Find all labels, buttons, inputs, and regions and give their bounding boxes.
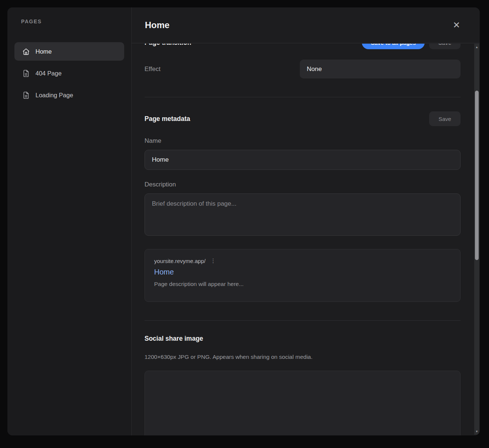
name-input[interactable] bbox=[145, 150, 461, 170]
save-to-all-pages-button[interactable]: Save to all pages bbox=[362, 44, 425, 49]
section-divider bbox=[145, 97, 461, 97]
sidebar-item-404-page[interactable]: 404 Page bbox=[14, 64, 124, 82]
sidebar-item-label: Loading Page bbox=[35, 92, 73, 99]
page-metadata-header: Page metadata Save bbox=[145, 111, 461, 126]
name-label: Name bbox=[145, 137, 461, 145]
effect-select-value: None bbox=[307, 65, 322, 73]
scroll-down-icon[interactable]: ▼ bbox=[474, 429, 479, 434]
file-icon bbox=[22, 91, 30, 99]
preview-url: yoursite.revyme.app/ bbox=[154, 258, 206, 264]
description-label: Description bbox=[145, 181, 461, 188]
social-image-upload[interactable]: 1200×630 bbox=[145, 371, 461, 435]
page-metadata-heading: Page metadata bbox=[145, 115, 190, 123]
effect-row: Effect None bbox=[145, 60, 461, 78]
page-title: Home bbox=[145, 20, 170, 30]
seo-preview-card: yoursite.revyme.app/ ⋮ Home Page descrip… bbox=[145, 249, 461, 302]
sidebar-item-label: 404 Page bbox=[35, 70, 62, 77]
settings-scroll-area: Page transition Save to all pages Save E… bbox=[132, 44, 480, 435]
social-share-header: Social share image bbox=[145, 335, 461, 343]
scroll-up-icon[interactable]: ▲ bbox=[474, 44, 479, 50]
settings-panel: Home ✕ Page transition Save to all pages… bbox=[132, 7, 480, 435]
transition-save-button[interactable]: Save bbox=[429, 44, 461, 49]
close-icon[interactable]: ✕ bbox=[451, 20, 462, 31]
social-share-hint: 1200×630px JPG or PNG. Appears when shar… bbox=[145, 354, 461, 360]
sidebar-item-loading-page[interactable]: Loading Page bbox=[14, 86, 124, 104]
social-share-heading: Social share image bbox=[145, 335, 203, 343]
preview-description: Page description will appear here... bbox=[154, 281, 451, 287]
description-textarea[interactable] bbox=[145, 193, 461, 236]
preview-page-title: Home bbox=[154, 268, 174, 276]
sidebar-item-label: Home bbox=[35, 48, 52, 55]
effect-label: Effect bbox=[145, 65, 160, 73]
scrollbar-track[interactable]: ▲ ▼ bbox=[474, 44, 479, 435]
kebab-menu-icon: ⋮ bbox=[210, 257, 216, 264]
home-icon bbox=[22, 48, 30, 55]
section-divider bbox=[145, 320, 461, 321]
sidebar-item-home[interactable]: Home bbox=[14, 42, 124, 61]
page-transition-section: Page transition Save to all pages Save bbox=[145, 44, 461, 49]
metadata-save-button[interactable]: Save bbox=[429, 111, 461, 126]
pages-sidebar: PAGES Home 404 Page bbox=[7, 7, 132, 435]
effect-select[interactable]: None bbox=[300, 60, 461, 78]
sidebar-heading: PAGES bbox=[14, 18, 124, 24]
file-icon bbox=[22, 70, 30, 77]
page-transition-heading: Page transition bbox=[145, 44, 191, 47]
panel-header: Home ✕ bbox=[132, 7, 480, 43]
scrollbar-thumb[interactable] bbox=[475, 91, 479, 260]
page-settings-modal: PAGES Home 404 Page bbox=[7, 7, 480, 435]
